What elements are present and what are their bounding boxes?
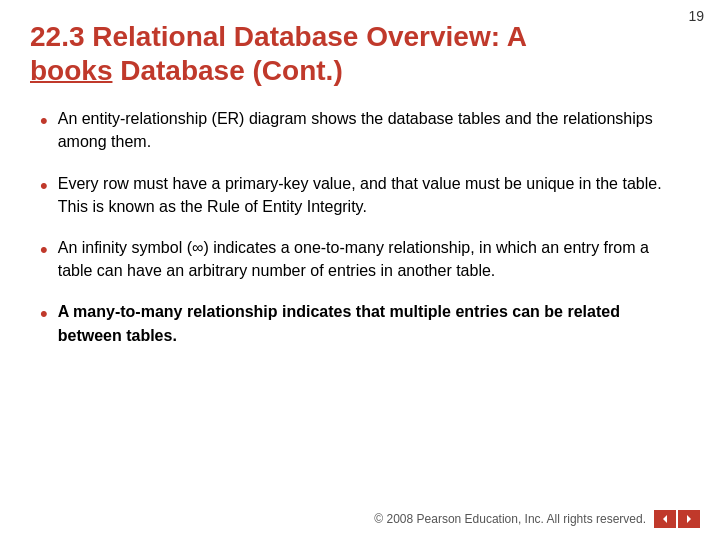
bullet-text-1: An entity-relationship (ER) diagram show… — [58, 107, 680, 153]
title-line2: Database (Cont.) — [112, 55, 342, 86]
svg-marker-1 — [687, 515, 691, 523]
bullet-icon-2: • — [40, 170, 48, 202]
slide-title: 22.3 Relational Database Overview: A boo… — [30, 20, 690, 87]
bullet-item-4: • A many-to-many relationship indicates … — [40, 300, 680, 346]
bullet-icon-1: • — [40, 105, 48, 137]
svg-marker-0 — [663, 515, 667, 523]
bullet-icon-3: • — [40, 234, 48, 266]
slide-header: 22.3 Relational Database Overview: A boo… — [0, 0, 720, 97]
back-arrow-icon — [660, 514, 670, 524]
bullet-item-3: • An infinity symbol (∞) indicates a one… — [40, 236, 680, 282]
bullet-item-2: • Every row must have a primary-key valu… — [40, 172, 680, 218]
title-books-word: books — [30, 55, 112, 86]
bullet-icon-4: • — [40, 298, 48, 330]
page-number: 19 — [688, 8, 704, 24]
title-line1: 22.3 Relational Database Overview: A — [30, 21, 527, 52]
nav-buttons[interactable] — [654, 510, 700, 528]
nav-forward-button[interactable] — [678, 510, 700, 528]
bullet-text-4: A many-to-many relationship indicates th… — [58, 300, 680, 346]
bullet-text-3: An infinity symbol (∞) indicates a one-t… — [58, 236, 680, 282]
bullet-text-2: Every row must have a primary-key value,… — [58, 172, 680, 218]
slide-content: • An entity-relationship (ER) diagram sh… — [0, 97, 720, 375]
bullet-item-1: • An entity-relationship (ER) diagram sh… — [40, 107, 680, 153]
copyright-text: © 2008 Pearson Education, Inc. All right… — [374, 512, 646, 526]
forward-arrow-icon — [684, 514, 694, 524]
slide-footer: © 2008 Pearson Education, Inc. All right… — [374, 510, 700, 528]
nav-back-button[interactable] — [654, 510, 676, 528]
